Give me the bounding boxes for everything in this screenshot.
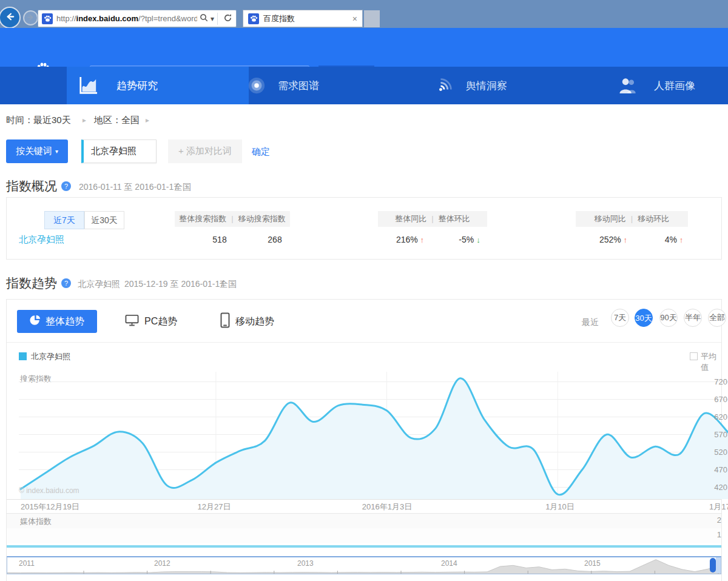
overview-tab-30d[interactable]: 近30天 [84,211,124,229]
pie-icon [30,315,41,328]
x-tick-label: 1月10日 [530,502,590,512]
average-checkbox[interactable] [690,352,698,360]
y-tick-label: 720 [693,377,727,386]
legend-label[interactable]: 北京孕妇照 [31,351,70,362]
media-tick-1: 1 [706,530,721,539]
address-search-icon[interactable] [200,13,208,24]
overview-col-search-index: 整体搜索指数|移动搜索指数 [175,211,290,227]
signal-icon [436,76,454,97]
range-30d-button[interactable]: 30天 [635,309,653,327]
tab-close-icon[interactable]: × [352,15,357,23]
tab-persona-label[interactable]: 人群画像 [654,79,695,93]
new-tab-button[interactable] [364,10,380,27]
pc-trend-tab[interactable]: PC趋势 [125,312,177,331]
tab-trend-research-label[interactable]: 趋势研究 [116,79,158,93]
mobile-trend-tab[interactable]: 移动趋势 [220,312,274,331]
keyword-input-box[interactable] [81,139,157,163]
caret-down-icon: ▾ [55,148,58,155]
x-tick-label: 2016年1月3日 [357,502,417,512]
scrubber-year-label: 2014 [441,559,457,568]
trend-region: 全国 [220,279,237,290]
range-7d-button[interactable]: 7天 [611,309,629,327]
watermark: © index.baidu.com [19,486,79,495]
browser-chrome: http://index.baidu.com/?tpl=trend&word=%… [0,0,728,28]
media-index-line [7,545,721,548]
y-tick-label: 670 [693,395,727,404]
chevron-right-icon: ▸ [146,116,149,124]
baidu-paw-favicon [42,13,53,24]
tab-title: 百度指数 [263,13,295,24]
overview-help-icon[interactable]: ? [61,181,71,191]
overview-region: 全国 [174,182,191,193]
monitor-icon [125,314,139,329]
x-tick-label: 1月17日 [709,502,728,512]
up-arrow-icon: ↑ [624,235,628,244]
scrubber-handle[interactable] [710,558,716,573]
overview-date-range: 2016-01-11 至 2016-01-17 [79,182,178,193]
pc-trend-label: PC趋势 [144,315,177,328]
chevron-right-icon: ▸ [83,116,86,124]
overall-trend-tab[interactable]: 整体趋势 [17,310,97,333]
overview-row-keyword[interactable]: 北京孕妇照 [19,234,64,246]
scrubber-year-label: 2015 [584,559,601,568]
add-compare-word-button[interactable]: + 添加对比词 [168,139,242,163]
forward-arrow-icon [27,13,35,24]
keyword-mode-label: 按关键词 [16,146,52,157]
y-tick-label: 520 [693,448,727,457]
overall-index-value: 518 [198,235,241,244]
y-tick-label: 420 [693,483,727,492]
browser-forward-button[interactable] [23,10,38,25]
feature-tabs-bar: 趋势研究 需求图谱 舆情洞察 人群画像 [0,67,728,104]
legend-color-swatch [19,352,27,360]
baidu-index-page: http://index.baidu.com/?tpl=trend&word=%… [0,0,728,581]
media-index-label: 媒体指数 [20,516,52,527]
time-filter[interactable]: 时间：最近30天 [6,115,71,126]
browser-tab[interactable]: 百度指数 × [243,10,363,27]
tab-demand-map-label[interactable]: 需求图谱 [278,79,319,93]
site-header: Bai du 指数 指数探索 数说专题 品牌表现 我的指数 [0,28,728,67]
y-tick-label: 570 [693,430,727,439]
overall-yoy-value: 216% ↑ [380,235,440,244]
region-filter[interactable]: 地区：全国 [94,115,140,126]
keyword-input[interactable] [84,146,156,156]
tab-sentiment-label[interactable]: 舆情洞察 [466,79,507,93]
mobile-trend-label: 移动趋势 [235,315,274,328]
search-index-chart[interactable] [19,371,728,499]
mobile-mom-value: 4% ↑ [650,235,698,244]
keyword-mode-button[interactable]: 按关键词 ▾ [6,139,68,163]
mobile-yoy-value: 252% ↑ [583,235,644,244]
browser-back-button[interactable] [0,7,21,29]
bullseye-icon [248,76,266,97]
confirm-link[interactable]: 确定 [252,146,270,158]
overview-title: 指数概况 [6,178,57,195]
card-divider [7,342,721,343]
y-tick-label: 470 [693,465,727,474]
timeline-scrubber[interactable]: 20112012201320142015 [7,556,721,574]
media-band-row [7,528,721,543]
x-tick-label: 2015年12月19日 [21,502,99,512]
overall-mom-value: -5% ↓ [442,235,497,244]
range-all-button[interactable]: 全部 [708,309,726,327]
trend-help-icon[interactable]: ? [61,278,71,288]
refresh-icon[interactable] [223,13,232,24]
address-bar[interactable]: http://index.baidu.com/?tpl=trend&word=%… [38,10,237,27]
scrubber-year-label: 2012 [154,559,170,568]
media-band-row [7,514,721,528]
phone-icon [220,312,230,331]
up-arrow-icon: ↑ [679,235,684,244]
trend-title: 指数趋势 [6,275,57,292]
overview-card: 近7天 近30天 整体搜索指数|移动搜索指数 整体同比|整体环比 移动同比|移动… [6,197,722,260]
range-label: 最近 [582,317,599,328]
trend-keyword: 北京孕妇照 [78,279,120,290]
media-tick-2: 2 [706,516,721,525]
scrubber-year-label: 2013 [297,559,314,568]
range-halfyear-button[interactable]: 半年 [684,309,702,327]
area-chart-icon [78,76,98,98]
x-axis-line [7,499,721,500]
range-90d-button[interactable]: 90天 [659,309,678,327]
overview-tab-7d[interactable]: 近7天 [44,211,84,229]
address-dropdown-icon[interactable]: ▾ [211,15,214,23]
average-checkbox-label[interactable]: 平均值 [701,351,721,373]
address-bar-divider [217,13,218,25]
down-arrow-icon: ↓ [476,235,480,244]
